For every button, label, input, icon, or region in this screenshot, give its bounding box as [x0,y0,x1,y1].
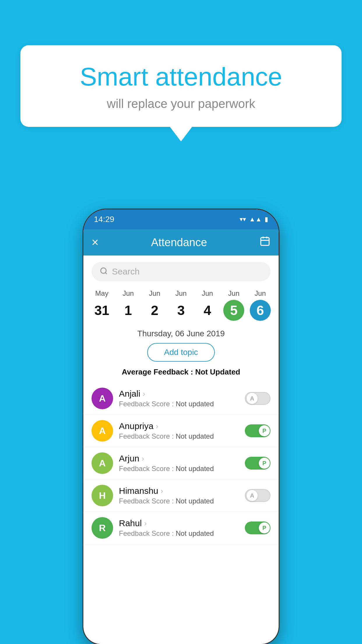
content-area: Search May31Jun1Jun2Jun3Jun4Jun5Jun6 Thu… [83,256,279,544]
attendance-toggle[interactable]: P [245,424,270,437]
battery-icon: ▮ [265,216,268,223]
attendance-toggle[interactable]: A [245,489,270,502]
student-info: Arjun ›Feedback Score : Not updated [119,454,245,473]
calendar-day-0[interactable]: May31 [89,289,115,321]
speech-bubble-subtitle: will replace your paperwork [44,97,318,111]
calendar-day-1[interactable]: Jun1 [115,289,142,321]
chevron-right-icon: › [161,487,163,496]
calendar-day-6[interactable]: Jun6 [247,289,273,321]
svg-point-4 [101,268,106,274]
student-info: Anjali ›Feedback Score : Not updated [119,389,245,408]
calendar-icon[interactable] [259,236,270,249]
chevron-right-icon: › [156,422,158,431]
selected-date-label: Thursday, 06 June 2019 [83,329,279,338]
student-avatar: R [92,517,113,539]
student-name: Himanshu › [119,486,245,496]
student-row[interactable]: AAnupriya ›Feedback Score : Not updatedP [83,415,279,447]
status-icons: ▾▾ ▲▲ ▮ [240,216,268,223]
student-name: Anupriya › [119,421,245,431]
attendance-toggle[interactable]: P [245,522,270,534]
speech-bubble-container: Smart attendance will replace your paper… [20,45,342,141]
student-avatar: A [92,452,113,474]
attendance-toggle[interactable]: A [245,392,270,405]
speech-bubble: Smart attendance will replace your paper… [20,45,342,127]
wifi-icon: ▾▾ [240,216,246,223]
search-bar[interactable]: Search [92,262,270,281]
close-button[interactable]: × [92,235,99,249]
screen-title: Attendance [151,236,207,249]
student-feedback: Feedback Score : Not updated [119,465,245,473]
calendar-strip: May31Jun1Jun2Jun3Jun4Jun5Jun6 [83,286,279,326]
avg-feedback: Average Feedback : Not Updated [83,368,279,377]
student-info: Himanshu ›Feedback Score : Not updated [119,486,245,505]
chevron-right-icon: › [142,454,144,463]
student-name: Arjun › [119,454,245,463]
student-avatar: A [92,420,113,442]
search-icon [100,267,108,276]
student-row[interactable]: RRahul ›Feedback Score : Not updatedP [83,512,279,544]
student-row[interactable]: HHimanshu ›Feedback Score : Not updatedA [83,480,279,512]
student-list: AAnjali ›Feedback Score : Not updatedAAA… [83,382,279,544]
svg-rect-0 [261,237,269,245]
student-row[interactable]: AAnjali ›Feedback Score : Not updatedA [83,382,279,415]
chevron-right-icon: › [143,389,145,398]
student-row[interactable]: AArjun ›Feedback Score : Not updatedP [83,447,279,480]
student-feedback: Feedback Score : Not updated [119,497,245,505]
phone-frame: 14:29 ▾▾ ▲▲ ▮ × Attendance [83,209,279,644]
attendance-toggle[interactable]: P [245,457,270,470]
student-avatar: A [92,388,113,409]
app-toolbar: × Attendance [83,229,279,256]
status-time: 14:29 [94,215,114,224]
student-name: Rahul › [119,518,245,528]
signal-icon: ▲▲ [249,216,262,223]
student-feedback: Feedback Score : Not updated [119,400,245,408]
student-info: Anupriya ›Feedback Score : Not updated [119,421,245,440]
add-topic-button[interactable]: Add topic [147,343,215,362]
calendar-day-5[interactable]: Jun5 [221,289,247,321]
calendar-day-3[interactable]: Jun3 [168,289,194,321]
speech-bubble-pointer [170,127,192,141]
student-avatar: H [92,485,113,506]
search-placeholder: Search [112,267,140,276]
speech-bubble-title: Smart attendance [44,63,318,91]
student-name: Anjali › [119,389,245,399]
phone-screen: 14:29 ▾▾ ▲▲ ▮ × Attendance [83,209,279,644]
calendar-day-4[interactable]: Jun4 [194,289,221,321]
status-bar: 14:29 ▾▾ ▲▲ ▮ [83,209,279,229]
student-feedback: Feedback Score : Not updated [119,529,245,538]
student-feedback: Feedback Score : Not updated [119,432,245,440]
student-info: Rahul ›Feedback Score : Not updated [119,518,245,538]
calendar-day-2[interactable]: Jun2 [141,289,168,321]
chevron-right-icon: › [144,519,147,528]
svg-line-5 [105,272,107,274]
